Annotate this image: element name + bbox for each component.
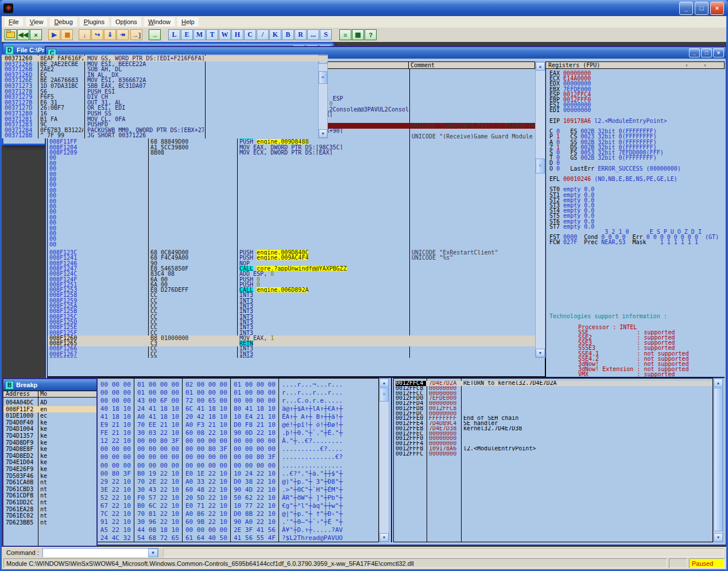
stack-row[interactable]: 0012FFE0FFFFFFFFEnd of SEH chain bbox=[394, 416, 712, 421]
trace-into-button[interactable]: ⇓ bbox=[104, 29, 116, 40]
breakpoint-row[interactable]: 7D4D8ED2ke bbox=[3, 453, 96, 460]
breakpoint-row[interactable]: 7D4E1D04ke bbox=[3, 459, 96, 466]
chevron-down-icon[interactable]: ▼ bbox=[148, 549, 158, 557]
breakpoint-row[interactable]: 7D61CA0Bnt bbox=[3, 479, 96, 486]
breakpoint-row[interactable]: 7D4D0F40ke bbox=[3, 419, 96, 426]
windows-button[interactable]: W bbox=[219, 29, 231, 40]
breakpoint-row[interactable]: 7D61CDFBnt bbox=[3, 492, 96, 499]
breakpoints-titlebar[interactable]: B Breakp bbox=[3, 379, 96, 391]
main-titlebar[interactable]: ✳ _ □ × bbox=[0, 0, 728, 16]
engine-disasm-row[interactable]: 0037128B^ 7F 99JG SHORT 00371226 bbox=[2, 133, 328, 138]
scroll-down-icon[interactable]: ▼ bbox=[380, 533, 389, 542]
engine-disasm-row[interactable]: 0037126EBE 2A676683MOV ESI, 8366672A bbox=[2, 78, 328, 83]
breakpoint-row[interactable]: 7D61DD2Cnt bbox=[3, 499, 96, 506]
engine-disasm-row[interactable]: 003712731D 07DA31BCSBB EAX, BC31DA07 bbox=[2, 83, 328, 89]
maximize-button[interactable]: □ bbox=[695, 2, 708, 15]
source-button[interactable]: S bbox=[320, 29, 332, 40]
until-return-button[interactable]: →] bbox=[130, 29, 142, 40]
run-trace-button[interactable]: ... bbox=[307, 29, 319, 40]
breakpoint-row[interactable]: 7D4E26F9ke bbox=[3, 466, 96, 473]
engine-disasm-row[interactable]: 003712608EAF FAF616F2MOV GS, WORD PTR DS… bbox=[2, 56, 328, 61]
menu-item-help[interactable]: Help bbox=[177, 17, 199, 26]
stack-row[interactable]: 0012FFE47D4D89C4SE handler bbox=[394, 421, 712, 426]
engine-dll-window[interactable]: D File C:\Program Files (x86)\Lin2PTS\sy… bbox=[2, 42, 335, 145]
engine-disasm-row[interactable]: 0037126DECIN AL, DX bbox=[2, 72, 328, 78]
menu-item-file[interactable]: File bbox=[5, 17, 23, 26]
stack-row[interactable]: 0012FFF400000000 bbox=[394, 441, 712, 446]
run-button[interactable]: ▶ bbox=[48, 29, 60, 40]
help-button[interactable]: ? bbox=[365, 29, 377, 40]
menu-item-debug[interactable]: Debug bbox=[50, 17, 76, 26]
breakpoint-row[interactable]: 004A04DCAD bbox=[3, 399, 96, 406]
breakpoint-row[interactable]: 008F11F2en bbox=[3, 406, 96, 413]
breakpoints-window[interactable]: B Breakp Address Mo 004A04DCAD008F11F2en… bbox=[2, 378, 98, 547]
cpu-window-button[interactable]: C bbox=[244, 29, 256, 40]
engine-disasm-row[interactable]: 0037127BE6 31OUT 31, AL bbox=[2, 100, 328, 106]
memory-map-button[interactable]: M bbox=[193, 29, 206, 40]
engine-disasm-row[interactable]: 0037128016PUSH SS bbox=[2, 111, 328, 117]
command-input[interactable]: ▼ bbox=[42, 548, 158, 558]
stack-row[interactable]: 0012FFD80012FFC8 bbox=[394, 406, 712, 411]
stack-row[interactable]: 0012FFE87D4E7D38kernel32.7D4E7D38 bbox=[394, 426, 712, 431]
engine-disasm-row[interactable]: 0037126B2AE2SUB AH, DL bbox=[2, 67, 328, 72]
executable-modules-button[interactable]: E bbox=[181, 29, 193, 40]
log-window-button[interactable]: L bbox=[168, 29, 180, 40]
cpu-close-button[interactable]: × bbox=[713, 48, 724, 57]
menu-item-plugins[interactable]: Plugins bbox=[80, 17, 109, 26]
pause-button[interactable]: ▮▮ bbox=[61, 29, 73, 40]
stack-row[interactable]: 0012FFF000000000 bbox=[394, 436, 712, 441]
stack-scrollbar[interactable]: ▲ ▼ bbox=[713, 378, 723, 542]
scrollbar-thumb[interactable] bbox=[714, 388, 723, 531]
threads-button[interactable]: T bbox=[206, 29, 218, 40]
breakpoint-row[interactable]: 7D61EC02nt bbox=[3, 512, 96, 519]
minimize-button[interactable]: _ bbox=[679, 2, 693, 15]
dump-scrollbar[interactable]: ▲ ≡ ▼ bbox=[379, 378, 389, 542]
breakpoint-row[interactable]: 7D4D1357ke bbox=[3, 433, 96, 439]
breakpoint-row[interactable]: 7D4D8E8Fke bbox=[3, 446, 96, 453]
patches-button[interactable]: / bbox=[257, 29, 269, 40]
engine-disassembly[interactable]: ▲ ≡ ▼ 003712608EAF FAF616F2MOV GS, WORD … bbox=[2, 55, 328, 138]
engine-disasm-row[interactable]: 0037127D26:0BF7OR ESI, EDI bbox=[2, 105, 328, 111]
open-file-button[interactable] bbox=[5, 29, 17, 40]
breakpoint-row[interactable]: 7D61CBD3nt bbox=[3, 486, 96, 493]
disasm-row[interactable]: 008F12098B08MOV ECX, DWORD PTR DS:[EAX] bbox=[48, 150, 535, 156]
handles-button[interactable]: H bbox=[231, 29, 243, 40]
references-button[interactable]: R bbox=[295, 29, 307, 40]
scrollbar-thumb[interactable]: ≡ bbox=[536, 159, 545, 173]
breakpoint-row[interactable]: 7D4D8DF9ke bbox=[3, 439, 96, 446]
step-into-button[interactable]: ↓ bbox=[79, 29, 91, 40]
call-stack-button[interactable]: K bbox=[269, 29, 281, 40]
stack-row[interactable]: 0012FFD400000000 bbox=[394, 401, 712, 406]
registers-pane[interactable]: EAX 00000000ECX E14A0000EDX 00000000EBX … bbox=[545, 69, 725, 377]
close-process-button[interactable]: × bbox=[30, 29, 42, 40]
stack-row[interactable]: 0012FFFC00000000 bbox=[394, 452, 712, 457]
stack-row[interactable]: 0012FFC47D4E7D2ARETURN to kernel32.7D4E7… bbox=[394, 381, 712, 386]
engine-disasm-row[interactable]: 00371281B1 FAMOV CL, 0FA bbox=[2, 117, 328, 122]
engine-disasm-row[interactable]: 00371279F6F5DIV CH bbox=[2, 94, 328, 100]
appearance-button[interactable]: ▦ bbox=[352, 29, 364, 40]
cpu-maximize-button[interactable]: □ bbox=[701, 48, 712, 57]
restart-button[interactable]: ◀◀ bbox=[17, 29, 29, 40]
stack-row[interactable]: 0012FFF8109178A6l2.<ModuleEntryPoint> bbox=[394, 446, 712, 452]
trace-over-button[interactable]: ↠ bbox=[117, 29, 129, 40]
engine-disasm-row[interactable]: 0037127856PUSH ESI bbox=[2, 89, 328, 95]
stack-pane[interactable]: 0012FFC47D4E7D2ARETURN to kernel32.7D4E7… bbox=[393, 378, 713, 542]
menu-item-view[interactable]: View bbox=[26, 17, 48, 26]
stack-row[interactable]: 0012FFC800000000 bbox=[394, 386, 712, 391]
engine-disasm-row[interactable]: 003712840F6783 B3122A2PACKUSWB MM0, QWOR… bbox=[2, 128, 328, 133]
step-over-button[interactable]: ↪ bbox=[91, 29, 103, 40]
engine-disasm-row[interactable]: 00371266BE 2AE2ECBEMOV ESI, BEECE22A bbox=[2, 61, 328, 67]
breakpoint-row[interactable]: 7D61EA28nt bbox=[3, 506, 96, 513]
scroll-up-icon[interactable]: ▲ bbox=[536, 62, 545, 71]
stack-row[interactable]: 0012FFCC00000000 bbox=[394, 391, 712, 396]
column-header-comment[interactable]: Comment bbox=[409, 61, 535, 69]
scroll-down-icon[interactable]: ▼ bbox=[536, 349, 545, 357]
breakpoints-button[interactable]: B bbox=[282, 29, 294, 40]
disassembly-scrollbar[interactable]: ▲ ≡ ▼ bbox=[535, 61, 545, 358]
options-list-button[interactable]: ≡ bbox=[339, 29, 351, 40]
breakpoint-row[interactable]: 7D503F46ke bbox=[3, 473, 96, 480]
menu-item-options[interactable]: Options bbox=[111, 17, 141, 26]
breakpoint-row[interactable]: 01DE1000ec bbox=[3, 412, 96, 419]
scrollbar-thumb[interactable]: ≡ bbox=[380, 388, 389, 402]
cpu-minimize-button[interactable]: _ bbox=[689, 48, 700, 57]
